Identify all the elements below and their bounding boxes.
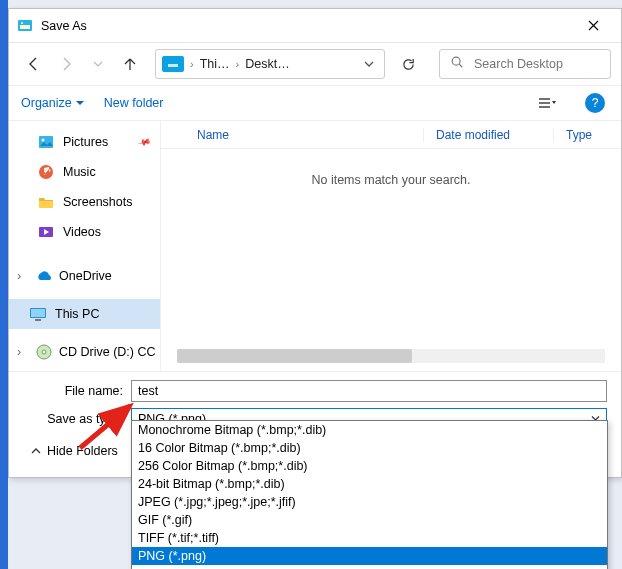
sort-indicator-icon[interactable] xyxy=(399,131,423,139)
svg-point-5 xyxy=(452,57,460,65)
expand-icon[interactable]: › xyxy=(17,345,29,359)
svg-rect-10 xyxy=(39,136,53,148)
type-option[interactable]: 16 Color Bitmap (*.bmp;*.dib) xyxy=(132,439,607,457)
window-title: Save As xyxy=(41,19,573,33)
help-icon: ? xyxy=(585,93,605,113)
sidebar-item-music[interactable]: Music xyxy=(9,157,160,187)
empty-state-text: No items match your search. xyxy=(161,173,621,187)
type-option[interactable]: HEIC (*.heic;*.hif) xyxy=(132,565,607,569)
type-option[interactable]: 24-bit Bitmap (*.bmp;*.dib) xyxy=(132,475,607,493)
saveastype-label: Save as type: xyxy=(23,412,131,426)
svg-line-6 xyxy=(459,64,462,67)
type-option[interactable]: JPEG (*.jpg;*.jpeg;*.jpe;*.jfif) xyxy=(132,493,607,511)
file-list-area[interactable]: Name Date modified Type No items match y… xyxy=(161,121,621,371)
svg-rect-1 xyxy=(20,25,30,29)
view-menu[interactable] xyxy=(533,90,561,116)
svg-point-11 xyxy=(42,139,45,142)
thispc-icon xyxy=(29,305,47,323)
type-option[interactable]: Monochrome Bitmap (*.bmp;*.dib) xyxy=(132,421,607,439)
app-icon xyxy=(17,18,33,34)
forward-button[interactable] xyxy=(51,49,81,79)
search-icon xyxy=(450,55,464,73)
music-icon xyxy=(37,163,55,181)
onedrive-icon xyxy=(35,267,53,285)
type-option[interactable]: PNG (*.png) xyxy=(132,547,607,565)
column-headers: Name Date modified Type xyxy=(161,121,621,149)
type-option[interactable]: GIF (*.gif) xyxy=(132,511,607,529)
new-folder-button[interactable]: New folder xyxy=(104,96,164,110)
close-button[interactable] xyxy=(573,12,613,40)
pictures-icon xyxy=(37,133,55,151)
type-option[interactable]: TIFF (*.tif;*.tiff) xyxy=(132,529,607,547)
svg-rect-4 xyxy=(168,64,178,67)
scrollbar-thumb[interactable] xyxy=(177,349,412,363)
type-option[interactable]: 256 Color Bitmap (*.bmp;*.dib) xyxy=(132,457,607,475)
sidebar-item-onedrive[interactable]: › OneDrive xyxy=(9,261,160,291)
titlebar: Save As xyxy=(9,9,621,43)
save-as-dialog: Save As › Thi… › Deskt… xyxy=(8,8,622,478)
sidebar-item-thispc[interactable]: This PC xyxy=(9,299,160,329)
help-button[interactable]: ? xyxy=(581,90,609,116)
breadcrumb-item[interactable]: Deskt… xyxy=(245,57,289,71)
command-bar: Organize New folder ? xyxy=(9,85,621,121)
column-name[interactable]: Name xyxy=(161,128,399,142)
horizontal-scrollbar[interactable] xyxy=(177,349,605,363)
address-dropdown-icon[interactable] xyxy=(360,53,378,75)
up-button[interactable] xyxy=(115,49,145,79)
breadcrumb-separator: › xyxy=(190,58,194,70)
videos-icon xyxy=(37,223,55,241)
refresh-button[interactable] xyxy=(393,49,423,79)
organize-menu[interactable]: Organize xyxy=(21,96,84,110)
column-type[interactable]: Type xyxy=(553,128,621,142)
folder-icon xyxy=(37,193,55,211)
back-button[interactable] xyxy=(19,49,49,79)
svg-point-2 xyxy=(21,22,23,24)
sidebar-item-videos[interactable]: Videos xyxy=(9,217,160,247)
desktop-left-edge xyxy=(0,0,8,569)
chevron-up-icon xyxy=(31,446,41,456)
address-bar[interactable]: › Thi… › Deskt… xyxy=(155,49,385,79)
column-date[interactable]: Date modified xyxy=(423,128,553,142)
recent-dropdown[interactable] xyxy=(83,49,113,79)
breadcrumb-item[interactable]: Thi… xyxy=(200,57,230,71)
sidebar-item-screenshots[interactable]: Screenshots xyxy=(9,187,160,217)
filename-label: File name: xyxy=(23,384,131,398)
svg-point-18 xyxy=(42,350,46,354)
navigation-pane[interactable]: Pictures Music Screenshots Videos › OneD… xyxy=(9,121,161,371)
search-input[interactable] xyxy=(472,56,600,72)
search-box[interactable] xyxy=(439,49,611,79)
svg-rect-15 xyxy=(31,309,45,317)
saveastype-dropdown[interactable]: Monochrome Bitmap (*.bmp;*.dib)16 Color … xyxy=(131,420,608,569)
dialog-body: Pictures Music Screenshots Videos › OneD… xyxy=(9,121,621,371)
hide-folders-button[interactable]: Hide Folders xyxy=(23,440,126,462)
sidebar-item-cddrive[interactable]: › CD Drive (D:) CCC xyxy=(9,337,160,367)
breadcrumb-separator: › xyxy=(236,58,240,70)
nav-toolbar: › Thi… › Deskt… xyxy=(9,43,621,85)
svg-rect-16 xyxy=(35,319,41,321)
disc-icon xyxy=(35,343,53,361)
expand-icon[interactable]: › xyxy=(17,269,29,283)
filename-input[interactable] xyxy=(131,380,607,402)
location-icon xyxy=(162,56,184,72)
sidebar-item-pictures[interactable]: Pictures xyxy=(9,127,160,157)
